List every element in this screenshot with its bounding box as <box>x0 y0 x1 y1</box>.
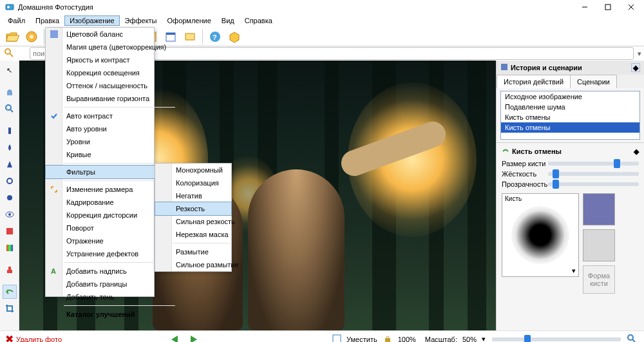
history-item[interactable]: Кисть отмены <box>501 112 639 122</box>
image-dropdown: Цветовой балансМагия цвета (цветокоррекц… <box>45 27 155 297</box>
opacity-slider[interactable] <box>548 182 639 186</box>
card-icon[interactable] <box>181 28 199 46</box>
brush-shape-button[interactable]: Форма кисти <box>583 265 615 294</box>
burn-tool[interactable] <box>3 191 17 205</box>
submenu-item-сильное-размытие[interactable]: Сильное размытие <box>155 258 231 271</box>
hardness-slider[interactable] <box>548 172 639 176</box>
expand-icon <box>49 184 59 195</box>
menu-file[interactable]: Файл <box>3 15 30 26</box>
pointer-tool[interactable]: ↖ <box>3 63 17 77</box>
chevron-down-icon[interactable]: ▾ <box>572 267 576 275</box>
palette-icon <box>49 29 59 39</box>
menu-item-добавить-тень[interactable]: Добавить тень <box>46 290 176 303</box>
svg-text:?: ? <box>213 33 217 41</box>
svg-rect-37 <box>385 338 390 342</box>
submenu-item-сильная-резкость[interactable]: Сильная резкость <box>155 215 231 228</box>
submenu-item-резкость[interactable]: Резкость <box>155 202 231 215</box>
chevron-down-icon[interactable]: ▾ <box>482 335 486 342</box>
clone-tool[interactable] <box>3 224 17 238</box>
menu-edit[interactable]: Правка <box>30 15 64 26</box>
history-panel-header: История и сценарии ◆ <box>497 61 644 75</box>
save-icon[interactable] <box>23 28 41 46</box>
menu-item-цветовой-баланс[interactable]: Цветовой баланс <box>46 28 176 41</box>
open-icon[interactable] <box>3 28 21 46</box>
history-list[interactable]: Исходное изображение Подавление шума Кис… <box>500 91 640 140</box>
fit-icon[interactable] <box>332 334 341 343</box>
color-swatch[interactable] <box>583 193 615 225</box>
collapse-icon[interactable]: ◆ <box>634 147 639 156</box>
eye-tool[interactable] <box>3 207 17 222</box>
menu-item-кривые[interactable]: Кривые <box>46 148 176 161</box>
menu-view[interactable]: Вид <box>216 15 240 26</box>
sharpen-tool[interactable] <box>3 157 17 171</box>
history-tabs: История действий Сценарии <box>497 75 644 88</box>
prev-button[interactable] <box>167 333 182 343</box>
text-icon: A <box>49 266 59 276</box>
menu-item-авто-уровни[interactable]: Авто уровни <box>46 122 176 135</box>
svg-point-28 <box>7 195 12 200</box>
brush-panel: Кисть отмены ◆ Размер кисти Жёсткость Пр… <box>497 142 644 330</box>
size-slider[interactable] <box>548 162 639 166</box>
fit-button[interactable]: Уместить <box>346 336 377 343</box>
menu-help[interactable]: Справка <box>240 15 278 26</box>
svg-point-27 <box>7 178 12 184</box>
submenu-item-негатив[interactable]: Негатив <box>155 189 231 202</box>
bottombar: ✖Удалить фото Уместить 100% Масштаб: 50%… <box>0 330 644 342</box>
minimize-button[interactable] <box>573 0 596 14</box>
box-icon[interactable] <box>225 28 243 46</box>
menu-item-авто-контраст[interactable]: Авто контраст <box>46 109 176 122</box>
brush-preview[interactable]: Кисть ▾ <box>502 193 579 277</box>
hand-tool[interactable] <box>3 85 17 99</box>
color-swatch-2[interactable] <box>583 229 615 261</box>
svg-rect-33 <box>7 270 12 273</box>
menu-item-уровни[interactable]: Уровни <box>46 135 176 148</box>
tab-scripts[interactable]: Сценарии <box>570 75 617 88</box>
maximize-button[interactable] <box>596 0 620 14</box>
menu-item-выравнивание-горизонта[interactable]: Выравнивание горизонта <box>46 92 176 105</box>
close-button[interactable] <box>620 0 643 14</box>
menu-item-каталог-улучшений[interactable]: Каталог улучшений <box>46 308 176 321</box>
menu-design[interactable]: Оформление <box>162 15 216 26</box>
submenu-item-нерезкая-маска[interactable]: Нерезкая маска <box>155 228 231 241</box>
zoom-100[interactable]: 100% <box>398 336 416 343</box>
zoom-slider[interactable] <box>492 337 621 341</box>
menubar: Файл Правка Изображение Эффекты Оформлен… <box>0 14 644 27</box>
healing-tool[interactable] <box>3 124 17 138</box>
submenu-item-размытие[interactable]: Размытие <box>155 245 231 258</box>
menu-effects[interactable]: Эффекты <box>120 15 162 26</box>
svg-rect-36 <box>333 335 341 343</box>
stamp-tool[interactable] <box>3 263 17 277</box>
zoom-tool[interactable] <box>3 102 17 116</box>
brush-panel-title: Кисть отмены <box>512 147 562 155</box>
svg-line-39 <box>632 339 635 342</box>
menu-item-коррекция-освещения[interactable]: Коррекция освещения <box>46 66 176 79</box>
menu-item-добавить-границы[interactable]: Добавить границы <box>46 278 176 290</box>
brush-blob <box>511 206 569 264</box>
help-icon[interactable]: ? <box>206 28 224 46</box>
undo-brush-tool[interactable] <box>3 285 17 299</box>
menu-image[interactable]: Изображение <box>64 15 119 26</box>
history-item[interactable]: Исходное изображение <box>501 91 639 102</box>
dodge-tool[interactable] <box>3 174 17 188</box>
gradient-tool[interactable] <box>3 241 17 255</box>
delete-photo-button[interactable]: ✖Удалить фото <box>5 333 62 342</box>
next-button[interactable] <box>187 333 201 343</box>
svg-text:A: A <box>51 267 56 275</box>
svg-rect-34 <box>8 267 11 270</box>
menu-item-яркость-и-контраст[interactable]: Яркость и контраст <box>46 53 176 66</box>
zoom-in-icon[interactable] <box>627 334 636 343</box>
lock-icon[interactable] <box>384 335 392 343</box>
tab-history[interactable]: История действий <box>497 75 571 88</box>
history-item[interactable]: Кисть отмены <box>501 122 639 133</box>
menu-item-оттенок-насыщенность[interactable]: Оттенок / насыщенность <box>46 79 176 92</box>
collapse-icon[interactable]: ◆ <box>631 63 640 72</box>
drop-tool[interactable] <box>3 140 17 155</box>
crop-tool[interactable] <box>3 301 17 316</box>
menu-item-магия-цвета-цветокоррекция-[interactable]: Магия цвета (цветокоррекция) <box>46 41 176 53</box>
submenu-item-монохромный[interactable]: Монохромный <box>155 164 231 176</box>
chevron-down-icon[interactable]: ▾ <box>638 50 641 58</box>
svg-point-24 <box>6 105 11 110</box>
submenu-item-колоризация[interactable]: Колоризация <box>155 176 231 189</box>
history-item[interactable]: Подавление шума <box>501 102 639 112</box>
right-panel: История и сценарии ◆ История действий Сц… <box>496 61 644 330</box>
